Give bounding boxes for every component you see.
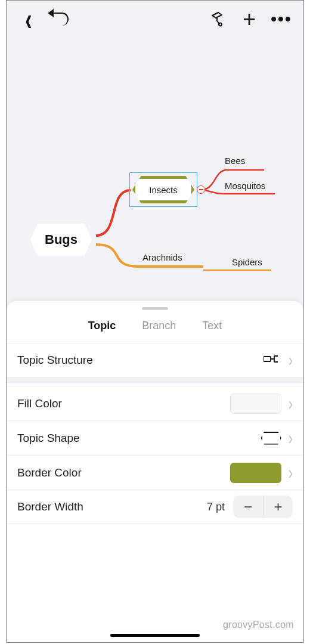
row-border-width: Border Width 7 pt − + (7, 490, 303, 524)
chevron-right-icon: › (289, 349, 293, 371)
root-node[interactable]: Bugs (30, 224, 92, 256)
node-insects[interactable]: Insects (132, 176, 194, 203)
undo-button[interactable] (45, 3, 77, 35)
style-button[interactable] (201, 3, 233, 35)
toolbar: ‹ + ••• (7, 1, 303, 38)
label-fill-color: Fill Color (17, 397, 230, 410)
svg-rect-1 (264, 357, 271, 361)
more-button[interactable]: ••• (265, 3, 297, 35)
chevron-left-icon: ‹ (25, 1, 32, 38)
tab-text[interactable]: Text (202, 320, 222, 332)
tab-branch[interactable]: Branch (142, 320, 176, 332)
label-border-color: Border Color (17, 466, 230, 479)
hexagon-icon (261, 432, 281, 445)
node-arachnids[interactable]: Arachnids (142, 252, 182, 262)
undo-icon (53, 13, 69, 26)
row-fill-color[interactable]: Fill Color › (7, 386, 303, 420)
border-color-swatch[interactable] (230, 463, 281, 483)
watermark: groovyPost.com (223, 620, 294, 630)
node-spiders[interactable]: Spiders (232, 257, 262, 267)
section-divider (7, 377, 303, 386)
mindmap-canvas[interactable]: Bugs Insects Bees Mosquitos Arachnids Sp… (7, 38, 303, 300)
paint-roller-icon (209, 11, 225, 27)
format-panel: Topic Branch Text Topic Structure › Fill… (7, 301, 303, 642)
row-topic-shape[interactable]: Topic Shape › (7, 420, 303, 455)
border-width-stepper: − + (233, 496, 293, 518)
fill-color-swatch[interactable] (230, 394, 281, 414)
label-topic-shape: Topic Shape (17, 432, 261, 445)
border-width-value: 7 pt (207, 501, 225, 513)
structure-icon (264, 353, 281, 368)
plus-icon: + (243, 7, 256, 32)
row-border-color[interactable]: Border Color › (7, 455, 303, 490)
add-button[interactable]: + (233, 3, 265, 35)
home-indicator[interactable] (110, 634, 200, 637)
chevron-right-icon: › (289, 427, 293, 448)
sheet-grabber[interactable] (142, 307, 168, 310)
collapse-handle[interactable] (197, 185, 205, 194)
more-icon: ••• (271, 10, 292, 29)
back-button[interactable]: ‹ (13, 3, 45, 35)
node-bees[interactable]: Bees (225, 156, 245, 166)
chevron-right-icon: › (289, 392, 293, 414)
tab-topic[interactable]: Topic (88, 320, 116, 332)
chevron-right-icon: › (289, 462, 293, 483)
selected-node-frame: Insects (129, 172, 197, 207)
label-topic-structure: Topic Structure (17, 354, 264, 367)
row-topic-structure[interactable]: Topic Structure › (7, 343, 303, 377)
increment-button[interactable]: + (263, 496, 293, 518)
label-border-width: Border Width (17, 500, 207, 513)
format-tabs: Topic Branch Text (7, 314, 303, 343)
svg-point-0 (219, 23, 222, 26)
node-mosquitos[interactable]: Mosquitos (225, 181, 265, 191)
decrement-button[interactable]: − (233, 496, 263, 518)
